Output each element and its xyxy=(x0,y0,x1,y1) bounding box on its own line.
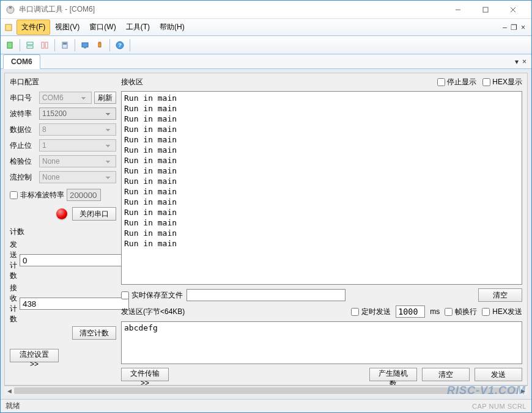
config-title: 串口配置 xyxy=(10,77,116,87)
titlebar: 串口调试工具 - [COM6] xyxy=(1,1,531,19)
right-panel: 接收区 停止显示 HEX显示 Run in main Run in main R… xyxy=(121,73,527,385)
port-label: 串口号 xyxy=(10,93,37,103)
databits-select[interactable]: 8 xyxy=(39,123,116,136)
send-button[interactable]: 发送 xyxy=(475,368,522,381)
status-indicator-icon xyxy=(56,208,67,219)
hex-display-checkbox[interactable] xyxy=(482,78,490,86)
svg-rect-13 xyxy=(63,43,67,45)
clear-recv-button[interactable]: 清空 xyxy=(478,288,522,302)
toolbar-monitor-icon[interactable] xyxy=(78,38,92,52)
interval-input[interactable] xyxy=(396,305,425,318)
menu-window[interactable]: 窗口(W) xyxy=(84,20,120,35)
close-port-button[interactable]: 关闭串口 xyxy=(72,207,116,221)
nonstd-baud-checkbox[interactable] xyxy=(10,191,18,199)
scroll-left-icon[interactable]: ◀ xyxy=(4,386,14,396)
stop-display-checkbox[interactable] xyxy=(437,78,445,86)
mdi-minimize-icon[interactable]: – xyxy=(503,23,507,32)
mdi-close-icon[interactable]: × xyxy=(521,23,525,32)
tab-com6[interactable]: COM6 xyxy=(3,54,40,69)
toolbar-tile-v-icon[interactable] xyxy=(38,38,51,52)
tx-count-input[interactable] xyxy=(20,254,129,266)
hex-send-checkbox[interactable] xyxy=(482,308,490,316)
recv-title: 接收区 xyxy=(121,77,431,87)
databits-label: 数据位 xyxy=(10,125,37,135)
rx-count-input[interactable] xyxy=(20,298,129,310)
toolbar: ? xyxy=(1,36,531,54)
stopbits-select[interactable]: 1 xyxy=(39,139,116,152)
tab-close-icon[interactable]: × xyxy=(522,57,526,66)
menu-file[interactable]: 文件(F) xyxy=(17,20,50,35)
tx-count-label: 发送计数 xyxy=(10,239,17,281)
close-button[interactable] xyxy=(499,1,526,18)
baud-label: 波特率 xyxy=(10,109,37,119)
timed-send-checkbox[interactable] xyxy=(351,308,359,316)
svg-rect-16 xyxy=(98,43,101,47)
svg-rect-7 xyxy=(7,42,12,48)
ms-label: ms xyxy=(430,307,440,316)
svg-text:?: ? xyxy=(118,42,122,48)
clear-send-button[interactable]: 清空 xyxy=(422,368,470,381)
clear-count-button[interactable]: 清空计数 xyxy=(72,326,116,340)
save-path-input[interactable] xyxy=(187,289,345,301)
scroll-right-icon[interactable]: ▶ xyxy=(518,386,528,396)
baud-select[interactable]: 115200 xyxy=(39,108,116,120)
save-to-file-checkbox[interactable] xyxy=(121,291,129,299)
left-panel: 串口配置 串口号 COM6 刷新 波特率 115200 数据位 8 停止位 1 xyxy=(5,73,121,385)
refresh-button[interactable]: 刷新 xyxy=(94,92,116,104)
window-title: 串口调试工具 - [COM6] xyxy=(19,4,444,15)
status-indicators: CAP NUM SCRL xyxy=(472,403,526,410)
svg-rect-14 xyxy=(82,43,88,47)
status-text: 就绪 xyxy=(6,401,20,411)
app-window: 串口调试工具 - [COM6] 文件(F) 视图(V) 窗口(W) 工具(T) … xyxy=(0,0,532,413)
minimize-button[interactable] xyxy=(444,1,471,18)
horizontal-scrollbar[interactable]: ◀ ▶ xyxy=(4,386,528,395)
mdi-restore-icon[interactable]: ❐ xyxy=(511,23,517,32)
svg-rect-6 xyxy=(6,24,12,31)
toolbar-help-icon[interactable]: ? xyxy=(113,38,127,52)
menubar: 文件(F) 视图(V) 窗口(W) 工具(T) 帮助(H) – ❐ × xyxy=(1,19,531,36)
timed-send-toggle[interactable]: 定时发送 xyxy=(351,307,391,317)
toolbar-calc-icon[interactable] xyxy=(58,38,72,52)
svg-rect-8 xyxy=(27,42,33,45)
svg-rect-11 xyxy=(45,42,48,48)
svg-rect-3 xyxy=(483,7,488,12)
menu-view[interactable]: 视图(V) xyxy=(50,20,84,35)
hex-display-toggle[interactable]: HEX显示 xyxy=(482,77,522,87)
client-area: 串口配置 串口号 COM6 刷新 波特率 115200 数据位 8 停止位 1 xyxy=(1,69,531,399)
nonstd-baud-input[interactable] xyxy=(67,189,101,201)
tab-dropdown-icon[interactable]: ▾ xyxy=(515,57,519,66)
file-transfer-button[interactable]: 文件传输>> xyxy=(121,368,169,381)
svg-rect-15 xyxy=(84,48,86,48)
app-icon xyxy=(6,5,15,15)
nonstd-baud-label: 非标准波特率 xyxy=(20,190,64,200)
scroll-thumb[interactable] xyxy=(14,387,518,394)
flowctrl-label: 流控制 xyxy=(10,172,37,183)
toolbar-plug-icon[interactable] xyxy=(93,38,106,52)
flow-settings-button[interactable]: 流控设置>> xyxy=(10,349,59,362)
port-select[interactable]: COM6 xyxy=(39,92,92,104)
rx-count-label: 接收计数 xyxy=(10,283,17,324)
save-to-file-toggle[interactable]: 实时保存至文件 xyxy=(121,290,183,301)
stop-display-toggle[interactable]: 停止显示 xyxy=(437,77,476,87)
count-title: 计数 xyxy=(10,227,116,237)
toolbar-new-icon[interactable] xyxy=(3,38,17,52)
toolbar-tile-h-icon[interactable] xyxy=(23,38,37,52)
svg-rect-9 xyxy=(27,46,33,48)
menu-tools[interactable]: 工具(T) xyxy=(121,20,155,35)
svg-rect-10 xyxy=(42,42,44,48)
frame-wrap-toggle[interactable]: 帧换行 xyxy=(445,307,477,317)
hex-send-toggle[interactable]: HEX发送 xyxy=(482,307,522,317)
menu-help[interactable]: 帮助(H) xyxy=(155,20,190,35)
receive-textarea[interactable]: Run in main Run in main Run in main Run … xyxy=(121,91,522,285)
parity-label: 检验位 xyxy=(10,156,37,167)
stopbits-label: 停止位 xyxy=(10,141,37,151)
frame-wrap-checkbox[interactable] xyxy=(445,308,453,316)
flowctrl-select[interactable]: None xyxy=(39,171,116,183)
tabstrip: COM6 ▾ × xyxy=(1,54,531,69)
gen-random-button[interactable]: 产生随机数 xyxy=(369,368,417,381)
svg-rect-1 xyxy=(9,7,12,9)
send-textarea[interactable]: abcdefg xyxy=(121,321,522,364)
maximize-button[interactable] xyxy=(471,1,499,18)
new-window-icon[interactable] xyxy=(3,22,14,33)
parity-select[interactable]: None xyxy=(39,155,116,167)
